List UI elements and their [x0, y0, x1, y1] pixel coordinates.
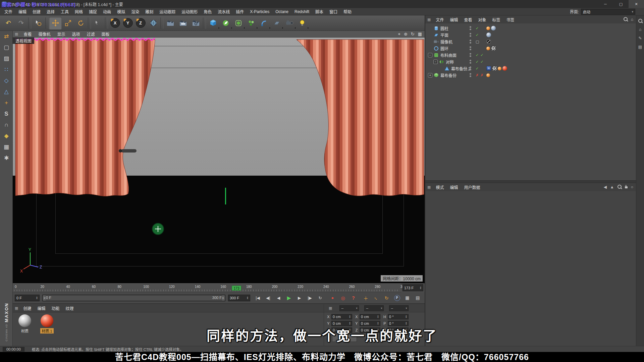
stepper-icon[interactable]: ▲▼ — [377, 315, 379, 318]
panel-splitter[interactable] — [425, 180, 636, 183]
menu-21[interactable]: 帮助 — [340, 8, 355, 15]
coordinates-dropdown-2[interactable]: --▾ — [389, 305, 409, 311]
next-key-button[interactable]: |▶ — [305, 294, 315, 302]
viewport-menu-2[interactable]: 显示 — [54, 31, 68, 37]
viewport-menu-4[interactable]: 过滤 — [83, 31, 98, 37]
orange-tag-icon[interactable] — [486, 47, 490, 50]
pencil-icon[interactable]: ✎ — [636, 35, 644, 42]
enable-state-icon[interactable]: ✓ — [476, 66, 479, 71]
attribute-menu-1[interactable]: 编辑 — [447, 183, 461, 191]
record-parameter-button[interactable]: P — [392, 294, 402, 302]
coordinates-dropdown-0[interactable]: --▾ — [339, 305, 359, 311]
enable-state-icon[interactable]: ✓ — [476, 33, 479, 37]
add-light-button[interactable] — [296, 17, 309, 29]
loop-button[interactable]: ↻ — [315, 294, 325, 302]
stepper-icon[interactable]: ▲▼ — [349, 315, 351, 318]
keying-help-button[interactable]: ? — [348, 294, 358, 302]
record-position-button[interactable]: ＋ — [361, 294, 371, 302]
workplane-button[interactable]: ✱ — [0, 153, 13, 164]
scale-button[interactable] — [62, 17, 74, 29]
checker-tag-icon[interactable] — [492, 66, 497, 71]
y-axis-handle[interactable] — [225, 188, 226, 204]
visibility-dots[interactable] — [470, 60, 471, 64]
visibility-dots[interactable] — [470, 46, 471, 50]
add-floor-button[interactable] — [270, 17, 283, 29]
autokey-button[interactable]: ◎ — [338, 294, 348, 302]
object-menu-5[interactable]: 书签 — [503, 15, 517, 23]
coordinate-system-button[interactable] — [147, 17, 160, 29]
visibility-dots[interactable] — [470, 40, 471, 44]
pin-icon[interactable]: ▲ — [610, 185, 614, 189]
material-menu-0[interactable]: 创建 — [20, 304, 34, 312]
maximize-button[interactable]: ▢ — [613, 0, 629, 8]
add-deformer-button[interactable] — [258, 17, 270, 29]
toggle-views-icon[interactable]: ▦ — [418, 32, 422, 37]
object-row[interactable]: 幕布备份.2✓≋ — [425, 65, 636, 72]
coordinate-input[interactable]: 0 °▲▼ — [388, 314, 409, 319]
record-pla-button[interactable]: ▦ — [402, 294, 412, 302]
search-icon[interactable] — [618, 185, 622, 190]
object-row[interactable]: 平面✓ — [425, 32, 636, 38]
attribute-menu-0[interactable]: 模式 — [433, 183, 447, 191]
object-row[interactable]: 圆柱✓ — [425, 25, 636, 32]
object-row[interactable]: 圆环 — [425, 45, 636, 52]
undo-button[interactable]: ↶ — [2, 17, 15, 29]
rotate-button[interactable] — [74, 17, 87, 29]
phong-tag-icon[interactable] — [491, 26, 496, 31]
menu-20[interactable]: 窗口 — [326, 8, 340, 15]
viewport-menu-3[interactable]: 选项 — [68, 31, 83, 37]
menu-8[interactable]: 模拟 — [114, 8, 128, 15]
object-row[interactable]: +幕布备份✗ ✗ — [425, 72, 636, 78]
menu-10[interactable]: 雕刻 — [142, 8, 156, 15]
live-selection-button[interactable] — [32, 17, 45, 29]
record-rotation-button[interactable]: ↻ — [382, 294, 391, 302]
menu-13[interactable]: 角色 — [201, 8, 215, 15]
stepper-icon[interactable]: ▲▼ — [420, 286, 422, 290]
material-menu-2[interactable]: 功能 — [48, 304, 62, 312]
material-menu-1[interactable]: 编辑 — [34, 304, 48, 312]
back-icon[interactable]: ◀ — [604, 185, 607, 189]
visibility-dots[interactable] — [470, 73, 471, 77]
stepper-icon[interactable]: ▲▼ — [349, 322, 351, 325]
pan-icon[interactable]: ⌖ — [398, 32, 400, 37]
axis-mode-button[interactable]: + — [0, 97, 13, 108]
edge-mode-button[interactable]: ◇ — [0, 75, 13, 86]
menu-12[interactable]: 运动图形 — [178, 8, 201, 15]
orange-tag-icon[interactable] — [498, 67, 501, 70]
record-objects-button[interactable]: ● — [328, 294, 337, 302]
prev-key-button[interactable]: ◀| — [263, 294, 273, 302]
play-button[interactable]: ▶ — [284, 294, 294, 302]
menu-2[interactable]: 创建 — [30, 8, 44, 15]
menu-15[interactable]: 插件 — [233, 8, 247, 15]
material-red-tag-icon[interactable] — [502, 66, 507, 71]
grid-icon[interactable]: ▤ — [636, 44, 644, 50]
viewport-menu-5[interactable]: 面板 — [98, 31, 113, 37]
end-frame-field[interactable]: 300 F ▲▼ — [228, 295, 250, 301]
prev-frame-button[interactable]: ◀ — [274, 294, 283, 302]
timeline-ruler[interactable]: 173 020406080100120140160180200220240260… — [13, 283, 401, 292]
move-button[interactable] — [49, 17, 62, 29]
make-editable-button[interactable]: ⇄ — [0, 31, 13, 42]
stepper-icon[interactable]: ▲▼ — [36, 296, 38, 300]
visibility-dots[interactable] — [470, 33, 471, 37]
object-menu-4[interactable]: 标签 — [489, 15, 503, 23]
lock-icon[interactable] — [625, 185, 628, 189]
object-menu-0[interactable]: 文件 — [433, 15, 447, 23]
add-cube-button[interactable] — [207, 17, 219, 29]
menu-17[interactable]: Octane — [272, 8, 291, 15]
menu-5[interactable]: 网格 — [72, 8, 86, 15]
rotate-view-icon[interactable]: ↻ — [411, 32, 415, 37]
visibility-dots[interactable] — [470, 26, 471, 30]
preview-range-slider[interactable]: ◀ ▶ 0 F 300 F — [42, 295, 225, 301]
menu-9[interactable]: 渲染 — [128, 8, 142, 15]
range-bar[interactable] — [43, 295, 225, 301]
render-view-button[interactable] — [164, 17, 177, 29]
menu-18[interactable]: Redshift — [291, 8, 312, 15]
menu-1[interactable]: 编辑 — [15, 8, 30, 15]
orange-tag-icon[interactable] — [486, 73, 490, 77]
close-button[interactable]: ✕ — [629, 0, 644, 8]
expander-icon[interactable]: − — [433, 60, 438, 64]
render-settings-button[interactable] — [190, 17, 202, 29]
object-row[interactable]: −对称✓ ✓ — [425, 58, 636, 65]
options-icon[interactable]: ○ — [631, 185, 633, 189]
